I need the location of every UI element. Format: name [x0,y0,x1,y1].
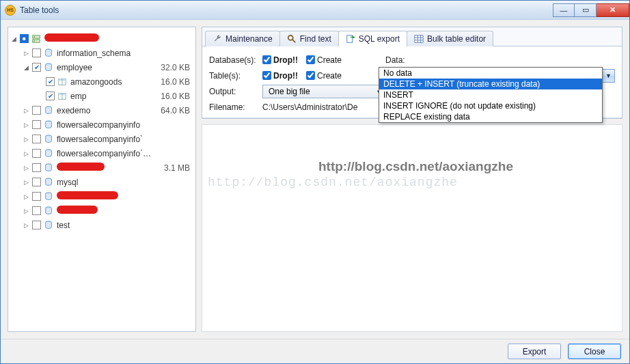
tree-item-label: flowersalecompanyinfo`fl... [57,149,152,158]
expander-icon[interactable]: ▷ [22,222,30,229]
database-icon [43,106,54,115]
checkbox[interactable] [32,206,41,215]
output-select[interactable]: One big file ▾ [262,85,385,98]
checkbox[interactable] [32,120,41,129]
watermark-text-light: http://blog.csdn.net/aoxiangzhe [208,176,458,189]
svg-point-3 [34,40,36,42]
tree-database-item[interactable]: ▷information_schema [8,46,195,60]
checkbox[interactable] [32,221,41,229]
maximize-button[interactable]: ▭ [575,3,597,17]
tree-database-item[interactable]: ▷3.1 MB [8,160,195,175]
data-mode-option[interactable]: REPLACE existing data [379,111,602,122]
data-mode-option[interactable]: INSERT IGNORE (do not update existing) [379,100,602,111]
close-button[interactable]: Close [568,344,621,359]
expander-icon[interactable]: ▷ [22,122,30,128]
export-icon [346,34,355,44]
window-root: HS Table tools — ▭ ✕ ◢▷information_schem… [0,0,630,364]
tree-database-item[interactable]: ▷flowersalecompanyinfo [8,117,195,132]
tree-database-item[interactable]: ▷ [8,204,195,218]
data-mode-option[interactable]: DELETE + INSERT (truncate existing data) [379,79,602,89]
data-mode-dropdown[interactable]: No dataDELETE + INSERT (truncate existin… [379,67,603,123]
app-icon: HS [5,5,16,16]
svg-point-21 [288,36,292,40]
db-drop-checkbox[interactable]: Drop!! [262,55,298,65]
tree-item-size: 64.0 KB [152,106,190,115]
tb-drop-checkbox[interactable]: Drop!! [262,71,298,81]
tree-item-size: 3.1 MB [152,163,190,173]
tab-findtext[interactable]: Find text [279,31,339,46]
database-icon [43,192,54,201]
checkbox[interactable] [32,48,41,57]
tree-item-label: amazongoods [70,77,152,87]
checkbox[interactable] [32,63,41,72]
db-create-checkbox[interactable]: Create [306,55,342,65]
expander-icon[interactable]: ▷ [22,150,30,157]
data-mode-option[interactable]: No data [379,68,602,79]
tree-table-item[interactable]: emp16.0 KB [8,89,195,103]
svg-rect-1 [33,39,40,42]
databases-label: Database(s): [209,55,262,65]
expander-icon[interactable]: ▷ [22,193,30,200]
database-icon [43,135,54,144]
table-icon [57,92,68,101]
tree-database-item[interactable]: ◢employee32.0 KB [8,60,195,74]
svg-rect-0 [33,35,40,38]
data-mode-option[interactable]: INSERT [379,89,602,100]
expander-icon[interactable]: ▷ [22,50,30,57]
table-icon [414,34,424,44]
tree-database-item[interactable]: ▷test [8,218,195,232]
tree-database-item[interactable]: ▷mysql [8,175,195,189]
database-icon [43,221,54,230]
tree-database-item[interactable]: ▷flowersalecompanyinfo` [8,132,195,146]
checkbox[interactable] [32,106,41,115]
checkbox[interactable] [20,34,29,43]
tree-table-item[interactable]: amazongoods16.0 KB [8,74,195,89]
database-icon [43,178,54,187]
checkbox[interactable] [32,149,41,158]
tree-item-label: exedemo [57,106,152,115]
expander-icon[interactable]: ▷ [22,208,30,214]
database-icon [43,120,54,130]
checkbox[interactable] [32,163,41,172]
tree-item-label: flowersalecompanyinfo` [57,135,152,144]
export-button[interactable]: Export [508,344,561,359]
expander-icon[interactable]: ▷ [22,107,30,114]
expander-icon[interactable]: ▷ [22,136,30,143]
tree-database-item[interactable]: ▷ [8,189,195,204]
chevron-down-icon: ▼ [605,72,612,79]
checkbox[interactable] [32,178,41,186]
minimize-button[interactable]: — [553,3,575,17]
output-label: Output: [209,87,262,96]
export-preview-area: http://blog.csdn.net/aoxiangzhe http://b… [202,124,622,332]
tree-database-item[interactable]: ▷exedemo64.0 KB [8,103,195,117]
tab-sqlexport[interactable]: SQL export [338,31,407,46]
tree-item-label: employee [57,63,152,72]
tree-item-size: 32.0 KB [152,63,190,72]
checkbox[interactable] [32,192,41,201]
tree-root[interactable]: ◢ [8,31,195,46]
expander-icon[interactable]: ▷ [22,179,30,186]
tree-item-label: flowersalecompanyinfo [57,120,152,130]
table-icon [57,77,68,87]
checkbox[interactable] [46,92,55,100]
filename-value: C:\Users\Administrator\De [262,102,357,112]
tree-item-label: test [57,221,152,230]
server-icon [31,34,42,44]
tab-maintenance[interactable]: Maintenance [205,31,280,46]
tree-item-label: information_schema [57,48,152,58]
database-icon [43,206,54,216]
checkbox[interactable] [46,77,55,86]
tree-item-size: 16.0 KB [152,77,190,87]
tb-create-checkbox[interactable]: Create [306,71,342,81]
right-panel: MaintenanceFind textSQL exportBulk table… [202,27,622,332]
data-label: Data: [385,55,440,65]
checkbox[interactable] [32,135,41,143]
tree-database-item[interactable]: ▷flowersalecompanyinfo`fl... [8,146,195,160]
tree-item-label [57,206,152,216]
expander-icon[interactable]: ◢ [22,64,30,71]
tab-bulkeditor[interactable]: Bulk table editor [407,31,493,46]
close-window-button[interactable]: ✕ [597,3,629,17]
tree-item-size: 16.0 KB [152,92,190,101]
database-tree[interactable]: ◢▷information_schema◢employee32.0 KBamaz… [8,27,195,331]
expander-icon[interactable]: ▷ [22,165,30,171]
